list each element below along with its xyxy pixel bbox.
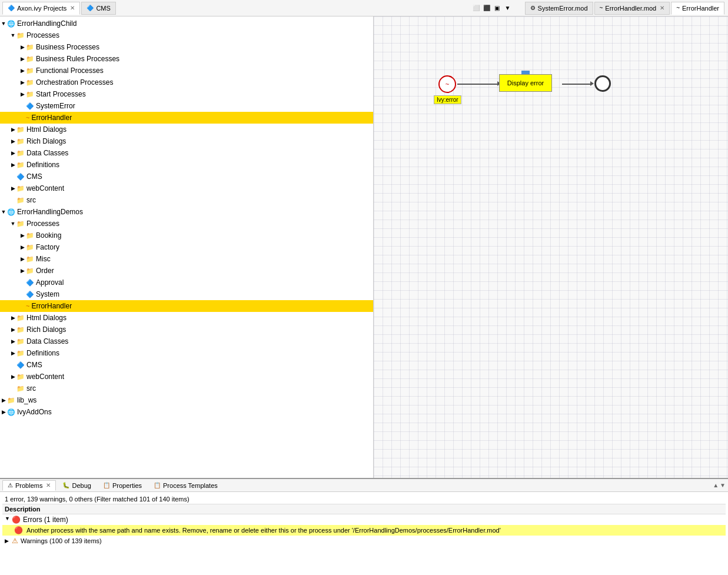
expand-ivy-add-ons[interactable]: ▶ [0, 409, 7, 415]
label-src-2: src [26, 384, 373, 393]
tree-item-html-dialogs-1[interactable]: ▶ 📁 Html Dialogs [0, 124, 373, 135]
tree-item-order[interactable]: ▶ 📁 Order [0, 265, 373, 277]
expand-webcontent-2[interactable]: ▶ [9, 374, 16, 380]
tree-item-webcontent-2[interactable]: ▶ 📁 webContent [0, 371, 373, 383]
label-system-error: SystemError [36, 102, 373, 110]
tab-error-handler[interactable]: ~ ErrorHandler [671, 2, 724, 15]
tree-item-cms-1[interactable]: 🔷 CMS [0, 171, 373, 182]
tab-properties[interactable]: 📋 Properties [98, 480, 147, 491]
tree-item-lib-ws[interactable]: ▶ 📁 lib_ws [0, 394, 373, 406]
tree-item-factory[interactable]: ▶ 📁 Factory [0, 241, 373, 253]
chevron-down-icon[interactable]: ▼ [720, 482, 726, 488]
tree-item-error-handler-2[interactable]: ~ ErrorHandler [0, 300, 373, 312]
tree-item-rich-dialogs-1[interactable]: ▶ 📁 Rich Dialogs [0, 135, 373, 147]
tree-item-processes-1[interactable]: ▼ 📁 Processes [0, 29, 373, 41]
expand-rich-dialogs-1[interactable]: ▶ [9, 138, 16, 144]
tree-item-src-1[interactable]: 📁 src [0, 194, 373, 206]
expand-html-dialogs-1[interactable]: ▶ [9, 127, 16, 132]
expand-rich-dialogs-2[interactable]: ▶ [9, 327, 16, 333]
expand-functional[interactable]: ▶ [19, 68, 26, 74]
tree-item-definitions-2[interactable]: ▶ 📁 Definitions [0, 347, 373, 359]
maximize-icon[interactable]: ▣ [493, 4, 502, 13]
tab-error-handler-mod-label: ErrorHandler.mod [605, 5, 656, 12]
tree-item-start[interactable]: ▶ 📁 Start Processes [0, 88, 373, 100]
tab-axon-ivy-close[interactable]: ✕ [70, 5, 75, 11]
tab-cms-label: CMS [96, 5, 110, 12]
expand-processes-2[interactable]: ▼ [9, 221, 16, 227]
app-container: 🔷 Axon.ivy Projects ✕ 🔷 CMS ⬜ ⬛ ▣ ▼ ⚙ Sy… [0, 0, 728, 575]
tab-system-error-mod[interactable]: ⚙ SystemError.mod [525, 2, 593, 15]
folder-blue-icon-p1: 📁 [16, 32, 25, 39]
tree-item-approval[interactable]: 🔷 Approval [0, 277, 373, 288]
tab-cms[interactable]: 🔷 CMS [81, 2, 115, 15]
tree-item-definitions-1[interactable]: ▶ 📁 Definitions [0, 159, 373, 171]
error-message-row[interactable]: 🔴 Another process with the same path and… [2, 525, 726, 536]
tree-item-system-error[interactable]: 🔷 SystemError [0, 100, 373, 112]
tab-axon-ivy-projects[interactable]: 🔷 Axon.ivy Projects ✕ [2, 2, 80, 15]
tree-item-error-handler-1[interactable]: ~ ErrorHandler [0, 112, 373, 124]
problems-tab-icon: ⚠ [8, 482, 13, 488]
process-templates-tab-label: Process Templates [163, 482, 218, 489]
expand-lib-ws[interactable]: ▶ [0, 397, 7, 403]
expand-data-classes-2[interactable]: ▶ [9, 338, 16, 344]
tab-error-handler-mod-close[interactable]: ✕ [660, 5, 664, 11]
folder-blue-icon-hd2: 📁 [16, 314, 25, 322]
label-business-processes: Business Processes [36, 43, 373, 51]
tree-item-html-dialogs-2[interactable]: ▶ 📁 Html Dialogs [0, 312, 373, 324]
tree-item-processes-2[interactable]: ▼ 📁 Processes [0, 218, 373, 230]
tree-item-cms-2[interactable]: 🔷 CMS [0, 359, 373, 371]
expand-error-handling-demos[interactable]: ▼ [0, 209, 7, 215]
tree-item-functional[interactable]: ▶ 📁 Functional Processes [0, 65, 373, 77]
expand-processes-1[interactable]: ▼ [9, 32, 16, 38]
minimize-icon[interactable]: ⬜ [471, 4, 481, 13]
tab-problems[interactable]: ⚠ Problems ✕ [2, 480, 56, 491]
warnings-section-row[interactable]: ▶ ⚠ Warnings (100 of 139 items) [2, 536, 726, 546]
tree-item-src-2[interactable]: 📁 src [0, 383, 373, 394]
expand-business-processes[interactable]: ▶ [19, 44, 26, 50]
expand-webcontent-1[interactable]: ▶ [9, 185, 16, 191]
restore-icon[interactable]: ⬛ [482, 4, 491, 13]
errors-section-row[interactable]: ▼ 🔴 Errors (1 item) [2, 514, 726, 525]
expand-start[interactable]: ▶ [19, 91, 26, 97]
expand-html-dialogs-2[interactable]: ▶ [9, 315, 16, 321]
expand-misc[interactable]: ▶ [19, 256, 26, 262]
expand-error-handling-child[interactable]: ▼ [0, 21, 7, 26]
tree-item-ivy-add-ons[interactable]: ▶ 🌐 IvyAddOns [0, 406, 373, 418]
tab-debug[interactable]: 🐛 Debug [57, 480, 96, 491]
canvas-area[interactable]: ~ Ivy:error Display error [374, 16, 728, 478]
tree-area[interactable]: ▼ 🌐 ErrorHandlingChild ▼ 📁 Processes ▶ 📁 [0, 16, 373, 478]
expand-data-classes-1[interactable]: ▶ [9, 150, 16, 156]
tree-item-data-classes-2[interactable]: ▶ 📁 Data Classes [0, 335, 373, 347]
view-menu-icon[interactable]: ▼ [503, 4, 513, 13]
cms-tab-icon: 🔷 [87, 5, 94, 11]
tab-process-templates[interactable]: 📋 Process Templates [148, 480, 223, 491]
expand-factory[interactable]: ▶ [19, 244, 26, 250]
problems-tab-close[interactable]: ✕ [46, 482, 51, 488]
chevron-up-icon[interactable]: ▲ [713, 482, 719, 488]
tree-item-webcontent-1[interactable]: ▶ 📁 webContent [0, 182, 373, 194]
warnings-expand-icon[interactable]: ▶ [5, 538, 12, 544]
process-blue-icon-se: 🔷 [26, 102, 34, 110]
tree-item-booking[interactable]: ▶ 📁 Booking [0, 230, 373, 241]
label-definitions-2: Definitions [26, 349, 373, 357]
tree-item-business-rules[interactable]: ▶ 📁 Business Rules Processes [0, 53, 373, 65]
tree-item-system[interactable]: 🔷 System [0, 288, 373, 300]
tree-item-misc[interactable]: ▶ 📁 Misc [0, 253, 373, 265]
expand-order[interactable]: ▶ [19, 268, 26, 274]
main-area: ▼ 🌐 ErrorHandlingChild ▼ 📁 Processes ▶ 📁 [0, 16, 728, 478]
tree-item-data-classes-1[interactable]: ▶ 📁 Data Classes [0, 147, 373, 159]
expand-orchestration[interactable]: ▶ [19, 79, 26, 85]
tree-item-rich-dialogs-2[interactable]: ▶ 📁 Rich Dialogs [0, 324, 373, 335]
expand-business-rules[interactable]: ▶ [19, 56, 26, 62]
tab-error-handler-mod[interactable]: ~ ErrorHandler.mod ✕ [594, 2, 670, 15]
tree-item-business-processes[interactable]: ▶ 📁 Business Processes [0, 41, 373, 53]
expand-definitions-2[interactable]: ▶ [9, 350, 16, 356]
folder-yellow-icon-brp: 📁 [26, 55, 34, 63]
expand-booking[interactable]: ▶ [19, 232, 26, 238]
tab-error-handler-label: ErrorHandler [682, 5, 719, 12]
tree-item-error-handling-demos[interactable]: ▼ 🌐 ErrorHandlingDemos [0, 206, 373, 218]
expand-definitions-1[interactable]: ▶ [9, 162, 16, 168]
tree-item-orchestration[interactable]: ▶ 📁 Orchestration Processes [0, 77, 373, 88]
tree-item-error-handling-child[interactable]: ▼ 🌐 ErrorHandlingChild [0, 18, 373, 29]
errors-expand-icon[interactable]: ▼ [5, 516, 12, 521]
